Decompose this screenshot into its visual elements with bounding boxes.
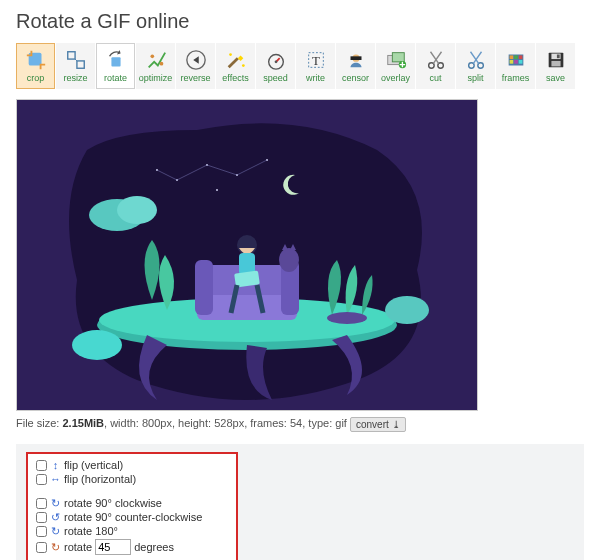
file-info: File size: 2.15MiB, width: 800px, height…	[16, 417, 584, 432]
filesize-value: 2.15MiB	[62, 417, 104, 429]
svg-rect-32	[551, 61, 560, 66]
tool-split[interactable]: split	[456, 43, 495, 89]
tool-optimize[interactable]: optimize	[136, 43, 175, 89]
tool-label: save	[546, 73, 565, 83]
tool-overlay[interactable]: overlay	[376, 43, 415, 89]
svg-point-52	[327, 312, 367, 324]
option-flip-horizontal: ↔ flip (horizontal)	[36, 472, 228, 486]
filesize-label: File size:	[16, 417, 59, 429]
tool-save[interactable]: save	[536, 43, 575, 89]
tool-label: effects	[222, 73, 248, 83]
height-value: 528px	[214, 417, 244, 429]
split-icon	[465, 49, 487, 71]
cut-icon	[425, 49, 447, 71]
option-rotate-90cw: ↻ rotate 90° clockwise	[36, 496, 228, 510]
height-label: , height:	[172, 417, 211, 429]
save-icon	[545, 49, 567, 71]
rotate-cw-icon: ↻	[50, 498, 61, 509]
svg-point-7	[229, 53, 232, 56]
tool-effects[interactable]: effects	[216, 43, 255, 89]
svg-rect-16	[392, 53, 404, 62]
rotate-90ccw-label: rotate 90° counter-clockwise	[64, 511, 202, 523]
tool-frames[interactable]: frames	[496, 43, 535, 89]
tool-label: reverse	[180, 73, 210, 83]
censor-icon	[345, 49, 367, 71]
rotate-180-checkbox[interactable]	[36, 526, 47, 537]
flip-horizontal-checkbox[interactable]	[36, 474, 47, 485]
rotate-90cw-label: rotate 90° clockwise	[64, 497, 162, 509]
toolbar: crop resize rotate optimize reverse	[16, 43, 584, 89]
convert-button[interactable]: convert ⤓	[350, 417, 406, 432]
convert-label: convert	[356, 419, 389, 430]
tool-rotate[interactable]: rotate	[96, 43, 135, 89]
crop-icon	[25, 49, 47, 71]
option-rotate-90ccw: ↺ rotate 90° counter-clockwise	[36, 510, 228, 524]
svg-point-53	[72, 330, 122, 360]
rotate-ccw-icon: ↺	[50, 512, 61, 523]
svg-point-51	[279, 248, 299, 272]
tool-label: optimize	[139, 73, 173, 83]
page-title: Rotate a GIF online	[16, 10, 584, 33]
svg-rect-23	[509, 55, 513, 59]
option-rotate-custom: ↻ rotate degrees	[36, 538, 228, 556]
rotate-options-panel: ↕ flip (vertical) ↔ flip (horizontal) ↻ …	[16, 444, 584, 560]
gif-preview	[16, 99, 478, 411]
svg-rect-14	[350, 56, 361, 60]
svg-rect-24	[514, 55, 518, 59]
svg-rect-46	[195, 260, 213, 315]
tool-cut[interactable]: cut	[416, 43, 455, 89]
tool-reverse[interactable]: reverse	[176, 43, 215, 89]
download-icon: ⤓	[392, 419, 400, 430]
frames-label: , frames:	[244, 417, 287, 429]
rotate-180-icon: ↻	[50, 526, 61, 537]
rotate-degrees-unit: degrees	[134, 541, 174, 553]
rotate-custom-icon: ↻	[50, 542, 61, 553]
frames-value: 54	[290, 417, 302, 429]
svg-rect-1	[67, 52, 74, 59]
svg-rect-2	[76, 61, 83, 68]
svg-rect-26	[509, 60, 513, 64]
tool-label: frames	[502, 73, 530, 83]
flip-horizontal-icon: ↔	[50, 474, 61, 485]
option-rotate-180: ↻ rotate 180°	[36, 524, 228, 538]
svg-rect-27	[514, 60, 518, 64]
tool-label: split	[467, 73, 483, 83]
tool-resize[interactable]: resize	[56, 43, 95, 89]
rotate-custom-label: rotate	[64, 541, 92, 553]
flip-horizontal-label: flip (horizontal)	[64, 473, 136, 485]
tool-crop[interactable]: crop	[16, 43, 55, 89]
flip-vertical-checkbox[interactable]	[36, 460, 47, 471]
width-label: , width:	[104, 417, 139, 429]
rotate-90ccw-checkbox[interactable]	[36, 512, 47, 523]
write-icon: T	[305, 49, 327, 71]
svg-point-39	[216, 189, 218, 191]
svg-point-8	[241, 64, 244, 67]
svg-point-54	[385, 296, 429, 324]
svg-text:T: T	[312, 54, 320, 68]
tool-label: rotate	[104, 73, 127, 83]
svg-rect-28	[518, 60, 522, 64]
flip-vertical-label: flip (vertical)	[64, 459, 123, 471]
tool-censor[interactable]: censor	[336, 43, 375, 89]
optimize-icon	[145, 49, 167, 71]
tool-label: speed	[263, 73, 288, 83]
tool-speed[interactable]: speed	[256, 43, 295, 89]
tool-label: censor	[342, 73, 369, 83]
width-value: 800px	[142, 417, 172, 429]
tool-label: resize	[63, 73, 87, 83]
rotate-degrees-input[interactable]	[95, 539, 131, 555]
tool-label: write	[306, 73, 325, 83]
svg-rect-31	[556, 55, 559, 59]
reverse-icon	[185, 49, 207, 71]
rotate-90cw-checkbox[interactable]	[36, 498, 47, 509]
type-label: , type:	[302, 417, 332, 429]
flip-vertical-icon: ↕	[50, 460, 61, 471]
rotate-icon	[105, 49, 127, 71]
tool-label: crop	[27, 73, 45, 83]
tool-write[interactable]: T write	[296, 43, 335, 89]
svg-point-10	[274, 60, 277, 63]
speed-icon	[265, 49, 287, 71]
svg-rect-25	[518, 55, 522, 59]
rotate-custom-checkbox[interactable]	[36, 542, 47, 553]
svg-point-41	[117, 196, 157, 224]
